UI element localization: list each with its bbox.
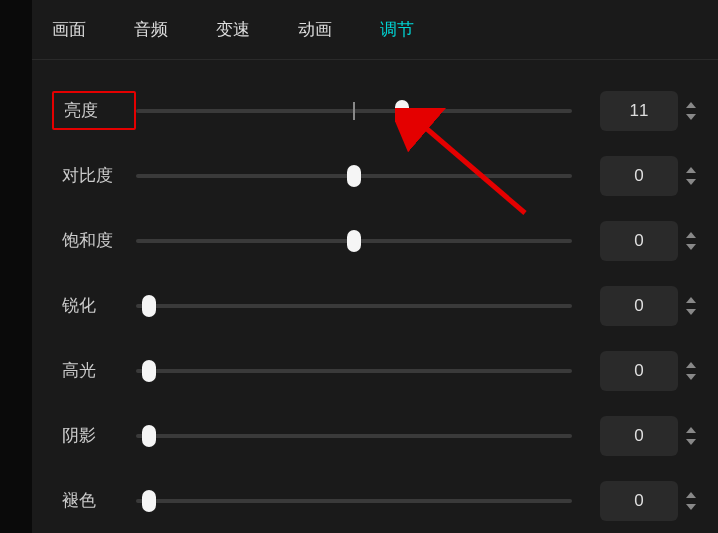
shadow-value-input[interactable]: 0 (600, 416, 678, 456)
slider-thumb[interactable] (142, 360, 156, 382)
saturation-value-input[interactable]: 0 (600, 221, 678, 261)
step-down-icon[interactable] (684, 307, 698, 317)
slider-label-saturation: 饱和度 (52, 223, 136, 258)
slider-track (136, 369, 572, 373)
step-down-icon[interactable] (684, 437, 698, 447)
slider-label-brightness: 亮度 (52, 91, 136, 130)
slider-track (136, 304, 572, 308)
step-up-icon[interactable] (684, 295, 698, 305)
slider-track (136, 434, 572, 438)
highlight-value-input[interactable]: 0 (600, 351, 678, 391)
slider-row-sharpen: 锐化 0 (52, 273, 698, 338)
slider-track (136, 499, 572, 503)
step-up-icon[interactable] (684, 230, 698, 240)
left-strip (0, 0, 32, 533)
slider-thumb[interactable] (142, 490, 156, 512)
highlight-stepper (684, 360, 698, 382)
slider-row-highlight: 高光 0 (52, 338, 698, 403)
slider-thumb[interactable] (142, 295, 156, 317)
fade-slider[interactable] (136, 491, 572, 511)
step-up-icon[interactable] (684, 425, 698, 435)
slider-label-sharpen: 锐化 (52, 288, 136, 323)
saturation-stepper (684, 230, 698, 252)
contrast-value-input[interactable]: 0 (600, 156, 678, 196)
slider-label-contrast: 对比度 (52, 158, 136, 193)
tab-speed[interactable]: 变速 (216, 18, 250, 41)
slider-thumb[interactable] (347, 230, 361, 252)
slider-thumb[interactable] (142, 425, 156, 447)
step-down-icon[interactable] (684, 372, 698, 382)
step-down-icon[interactable] (684, 242, 698, 252)
contrast-stepper (684, 165, 698, 187)
step-up-icon[interactable] (684, 490, 698, 500)
slider-row-fade: 褪色 0 (52, 468, 698, 533)
highlight-slider[interactable] (136, 361, 572, 381)
tab-adjust[interactable]: 调节 (380, 18, 414, 41)
slider-label-fade: 褪色 (52, 483, 136, 518)
slider-label-shadow: 阴影 (52, 418, 136, 453)
sharpen-slider[interactable] (136, 296, 572, 316)
slider-thumb[interactable] (395, 100, 409, 122)
fade-stepper (684, 490, 698, 512)
slider-row-saturation: 饱和度 0 (52, 208, 698, 273)
step-down-icon[interactable] (684, 177, 698, 187)
step-down-icon[interactable] (684, 112, 698, 122)
brightness-value-input[interactable]: 11 (600, 91, 678, 131)
tab-animation[interactable]: 动画 (298, 18, 332, 41)
fade-value-input[interactable]: 0 (600, 481, 678, 521)
step-down-icon[interactable] (684, 502, 698, 512)
sharpen-value-input[interactable]: 0 (600, 286, 678, 326)
shadow-slider[interactable] (136, 426, 572, 446)
contrast-slider[interactable] (136, 166, 572, 186)
tab-picture[interactable]: 画面 (52, 18, 86, 41)
slider-thumb[interactable] (347, 165, 361, 187)
slider-center-tick (353, 102, 355, 120)
slider-row-contrast: 对比度 0 (52, 143, 698, 208)
tab-audio[interactable]: 音频 (134, 18, 168, 41)
saturation-slider[interactable] (136, 231, 572, 251)
shadow-stepper (684, 425, 698, 447)
brightness-stepper (684, 100, 698, 122)
step-up-icon[interactable] (684, 360, 698, 370)
adjust-panel: 亮度 11 对比度 0 饱和度 (32, 60, 718, 533)
brightness-slider[interactable] (136, 101, 572, 121)
slider-row-shadow: 阴影 0 (52, 403, 698, 468)
slider-row-brightness: 亮度 11 (52, 78, 698, 143)
step-up-icon[interactable] (684, 100, 698, 110)
sharpen-stepper (684, 295, 698, 317)
tabs-bar: 画面 音频 变速 动画 调节 (32, 0, 718, 60)
slider-label-highlight: 高光 (52, 353, 136, 388)
step-up-icon[interactable] (684, 165, 698, 175)
